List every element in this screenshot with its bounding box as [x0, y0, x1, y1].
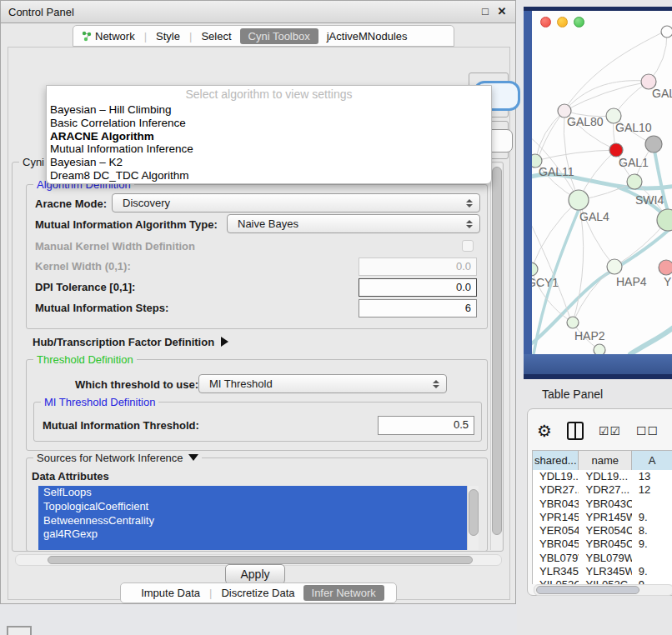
which-threshold-combo[interactable]: MI Threshold	[198, 374, 447, 393]
mi-steps-field[interactable]: 6	[359, 299, 477, 318]
attributes-vscrollbar-thumb[interactable]	[469, 489, 479, 536]
mi-threshold-field[interactable]: 0.5	[378, 416, 474, 435]
column-header[interactable]: A	[632, 451, 672, 470]
tab-network[interactable]: Network	[73, 28, 143, 44]
data-attribute-item[interactable]: BetweennessCentrality	[38, 514, 467, 528]
table-cell: YBR043C	[533, 498, 579, 511]
table-cell: YER054C	[533, 524, 579, 538]
hub-section-toggle[interactable]: Hub/Transcription Factor Definition	[33, 336, 228, 348]
bottom-tab-discretize-data[interactable]: Discretize Data	[213, 585, 303, 601]
algorithm-option[interactable]: Bayesian – K2	[47, 156, 491, 169]
threshold-definition-legend: Threshold Definition	[33, 353, 137, 366]
algorithm-placeholder: Select algorithm to view settings	[47, 86, 491, 103]
table-row[interactable]: YBR043CYBR043C	[533, 498, 672, 511]
network-edge[interactable]	[532, 200, 579, 269]
select-all-checkboxes-icon[interactable]: ☑☑	[599, 424, 621, 438]
mi-type-combo[interactable]: Naive Bayes	[227, 214, 480, 233]
table-body: YDL19...YDL19...13YDR27...YDR27...12YBR0…	[532, 470, 672, 584]
close-icon[interactable]: ✕	[495, 5, 509, 18]
network-edge[interactable]	[564, 82, 649, 111]
table-row[interactable]: YIL052CYIL052C9	[533, 578, 672, 584]
table-row[interactable]: YLR345WYLR345W9.	[533, 565, 672, 578]
network-node[interactable]	[627, 174, 642, 189]
spinner-icon	[432, 380, 439, 388]
settings-vscrollbar-thumb[interactable]	[492, 167, 502, 535]
network-node[interactable]	[567, 317, 579, 328]
mi-type-label: Mutual Information Algorithm Type:	[35, 218, 218, 231]
network-graph[interactable]: GALGAL80GAL10GAL11GAL1SWI4GAL4GCY1HAP4YH…	[532, 11, 672, 361]
algorithm-option[interactable]: Dream8 DC_TDC Algorithm	[47, 169, 491, 182]
tab-jactivemnodules[interactable]: jActiveMNodules	[318, 28, 416, 44]
table-row[interactable]: YDR27...YDR27...12	[533, 483, 672, 497]
data-attribute-item[interactable]: SelfLoops	[38, 486, 467, 500]
algorithm-definition-group: Algorithm Definition Aracne Mode: Discov…	[26, 184, 488, 329]
algorithm-list: Bayesian – Hill ClimbingBasic Correlatio…	[47, 103, 491, 182]
mi-threshold-label: Mutual Information Threshold:	[43, 419, 199, 432]
apply-button[interactable]: Apply	[225, 564, 285, 584]
table-row[interactable]: YPR145WYPR145W9.	[533, 511, 672, 524]
deselect-all-checkboxes-icon[interactable]: ☐☐	[636, 424, 659, 438]
table-cell	[632, 498, 672, 511]
column-header[interactable]: shared...	[533, 451, 579, 470]
collapsed-panel-icon[interactable]	[7, 626, 32, 635]
table-header: shared...nameA	[532, 450, 672, 471]
table-row[interactable]: YER054CYER054C8.	[533, 524, 672, 538]
columns-icon[interactable]	[567, 422, 584, 440]
network-node[interactable]	[607, 259, 622, 274]
table-cell: YDL19...	[579, 470, 631, 483]
kernel-width-field[interactable]: 0.0	[359, 258, 477, 276]
control-panel-titlebar[interactable]: Control Panel □ ✕	[1, 1, 515, 23]
aracne-mode-combo[interactable]: Discovery	[112, 193, 480, 212]
tab-label: Network	[95, 30, 135, 42]
table-hscrollbar-thumb[interactable]	[536, 586, 639, 594]
network-node[interactable]	[661, 26, 672, 38]
network-canvas[interactable]: GALGAL80GAL10GAL11GAL1SWI4GAL4GCY1HAP4YH…	[532, 11, 672, 361]
table-cell: 12	[632, 483, 672, 497]
data-attribute-item[interactable]: gal4RGexp	[38, 528, 467, 542]
tab-style[interactable]: Style	[148, 28, 188, 44]
algorithm-option[interactable]: Mutual Information Inference	[47, 142, 491, 156]
settings-hscrollbar-thumb[interactable]	[48, 556, 473, 564]
network-edge[interactable]	[630, 326, 672, 354]
bottom-tab-impute-data[interactable]: Impute Data	[133, 585, 208, 601]
table-cell: 9.	[632, 511, 672, 524]
table-cell: YER054C	[579, 524, 631, 538]
network-node-label: GAL1	[619, 156, 649, 169]
float-icon[interactable]: □	[479, 5, 492, 18]
algorithm-option[interactable]: ARACNE Algorithm	[47, 130, 491, 143]
network-edge[interactable]	[535, 150, 616, 161]
table-row[interactable]: YDL19...YDL19...13	[533, 470, 672, 483]
table-hscrollbar[interactable]	[534, 584, 672, 596]
manual-kernel-checkbox[interactable]	[462, 240, 474, 252]
network-node[interactable]	[532, 262, 538, 276]
dpi-tolerance-field[interactable]: 0.0	[359, 278, 477, 297]
table-cell: YBL079W	[579, 552, 631, 565]
sources-legend[interactable]: Sources for Network Inference	[33, 452, 202, 464]
network-node[interactable]	[569, 190, 589, 210]
network-edge[interactable]	[567, 31, 665, 106]
algorithm-option[interactable]: Basic Correlation Inference	[47, 117, 491, 130]
network-node-label: SWI4	[635, 193, 664, 207]
control-panel-tab-bar: Network|Style|SelectCyni ToolboxjActiveM…	[73, 25, 454, 47]
network-node[interactable]	[659, 260, 672, 275]
table-row[interactable]: YBL079WYBL079W	[533, 552, 672, 565]
network-node[interactable]	[645, 136, 662, 152]
table-cell: YPR145W	[533, 511, 579, 524]
table-row[interactable]: YBR045CYBR045C9.	[533, 538, 672, 551]
column-header[interactable]: name	[579, 451, 632, 470]
table-cell: YBR045C	[579, 538, 631, 551]
tab-select[interactable]: Select	[193, 28, 239, 44]
tab-cyni-toolbox[interactable]: Cyni Toolbox	[240, 28, 318, 44]
data-attributes-list[interactable]: SelfLoopsTopologicalCoefficientBetweenne…	[38, 486, 467, 550]
algorithm-option[interactable]: Bayesian – Hill Climbing	[47, 103, 491, 117]
data-attribute-item[interactable]: TopologicalCoefficient	[38, 500, 467, 514]
table-cell: YIL052C	[533, 578, 579, 584]
gear-icon[interactable]: ⚙	[537, 422, 552, 440]
attributes-vscrollbar[interactable]	[467, 486, 479, 550]
table-cell: 13	[632, 470, 672, 483]
aracne-mode-label: Aracne Mode:	[35, 198, 107, 210]
bottom-tab-infer-network[interactable]: Infer Network	[303, 585, 384, 601]
network-node-label: HAP2	[574, 329, 605, 342]
settings-vscrollbar[interactable]	[490, 164, 502, 550]
network-node[interactable]	[609, 143, 623, 157]
